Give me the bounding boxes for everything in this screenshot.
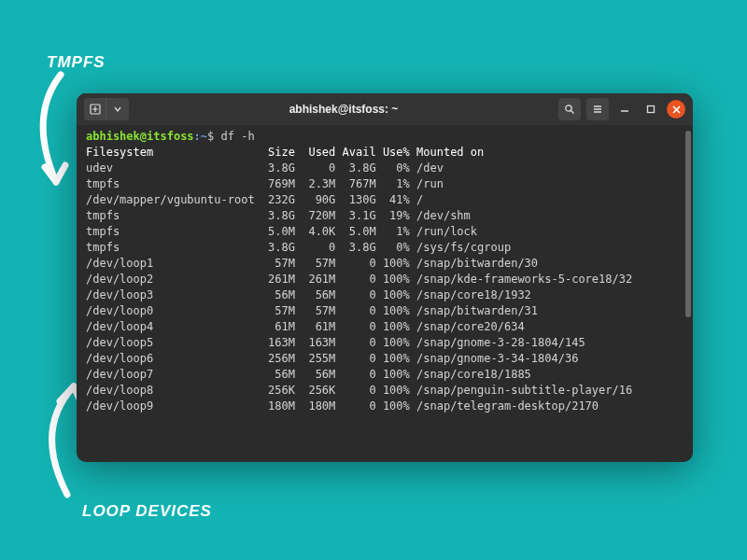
svg-rect-9 — [648, 106, 655, 113]
annotation-tmpfs: TMPFS — [47, 53, 106, 72]
scrollbar[interactable] — [685, 131, 691, 317]
arrow-tmpfs — [19, 70, 84, 201]
search-button[interactable] — [558, 98, 581, 120]
window-title: abhishek@itsfoss: ~ — [133, 103, 555, 116]
maximize-button[interactable] — [641, 99, 661, 119]
tab-dropdown-button[interactable] — [106, 98, 129, 120]
menu-button[interactable] — [586, 98, 609, 120]
minimize-button[interactable] — [614, 99, 635, 119]
annotation-loop-devices: LOOP DEVICES — [82, 502, 212, 521]
titlebar: abhishek@itsfoss: ~ — [77, 93, 693, 125]
terminal-output[interactable]: abhishek@itsfoss:~$ df -h Filesystem Siz… — [77, 125, 693, 418]
svg-point-3 — [566, 105, 571, 111]
terminal-window: abhishek@itsfoss: ~ abhishek@itsfoss:~$ … — [77, 93, 693, 462]
close-button[interactable] — [667, 100, 685, 119]
svg-line-4 — [571, 111, 574, 114]
new-tab-button[interactable] — [84, 98, 106, 120]
